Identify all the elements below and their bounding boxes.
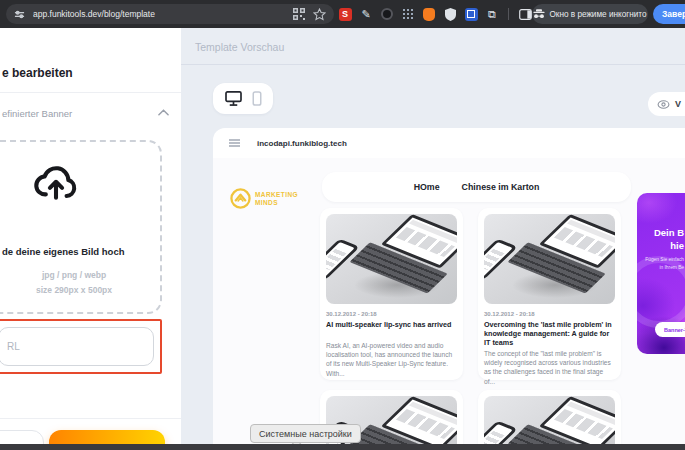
marketing-minds-logo-icon [230, 188, 251, 209]
promo-banner[interactable]: Dein B hie Fügen Sie einfach in Ihrem Be… [637, 193, 685, 354]
card-excerpt: Rask AI, an AI-powered video and audio l… [326, 341, 457, 378]
upload-heading: de deine eigenes Bild hoch [2, 246, 124, 257]
tune-icon[interactable] [14, 9, 25, 20]
banner-sub-line1: Fügen Sie einfach [637, 257, 684, 262]
preview-site-url: incodapi.funkiblog.tech [257, 139, 347, 148]
address-url[interactable]: app.funkitools.dev/blog/template [33, 9, 293, 19]
preview-browser-bar: incodapi.funkiblog.tech [213, 128, 685, 158]
finish-incognito-button[interactable]: Завер [653, 4, 685, 24]
banner-url-input[interactable] [0, 327, 154, 366]
upload-formats: jpg / png / webp [0, 270, 162, 280]
banner-heading-line1: Dein B [637, 227, 684, 238]
eye-icon [657, 100, 670, 109]
sidebar-divider [0, 418, 181, 419]
banner-heading-line2: hie [637, 240, 684, 251]
card-title[interactable]: Overcoming the 'last mile problem' in kn… [484, 320, 615, 347]
desktop-icon[interactable] [225, 91, 242, 106]
window-bottom-edge [0, 444, 685, 450]
address-bar[interactable]: app.funkitools.dev/blog/template [6, 4, 334, 24]
editor-sidebar: e bearbeiten efinierter Banner de deine … [0, 28, 181, 444]
qr-code-icon[interactable] [293, 8, 305, 20]
live-preview-button[interactable]: V [648, 92, 685, 116]
sidebar-divider [0, 92, 181, 93]
os-tooltip: Системные настройки [250, 424, 361, 443]
extension-s-icon[interactable]: S [337, 6, 353, 22]
blue-extension-icon[interactable] [463, 6, 479, 22]
card-image [484, 214, 615, 304]
nav-item-chinese[interactable]: Chinese im Karton [462, 182, 540, 192]
toolbar-divider [508, 8, 509, 20]
banner-sub-line2: in Ihrem Be [637, 265, 684, 270]
upload-size-hint: size 290px x 500px [0, 285, 162, 295]
device-toggle [213, 83, 273, 114]
nav-item-home[interactable]: HOme [414, 182, 440, 192]
window-controls-icon [229, 139, 240, 147]
preview-title: Template Vorschau [195, 41, 284, 53]
logo-line1: MARKETING [255, 191, 298, 199]
incognito-badge[interactable]: Окно в режиме инкогнито [532, 4, 648, 24]
site-logo: MARKETING MINDS [230, 188, 298, 209]
side-panel-icon[interactable] [517, 6, 533, 22]
grid-dots-extension-icon[interactable] [400, 6, 416, 22]
shield-extension-icon[interactable] [442, 6, 458, 22]
blog-card[interactable]: 30.12.2012 - 20:18 AI multi-speaker lip-… [320, 208, 463, 380]
banner-cta-button[interactable]: Banner-T [655, 322, 685, 337]
incognito-icon [533, 9, 545, 19]
browser-chrome: app.funkitools.dev/blog/template S ✎ ⧉ [0, 0, 685, 28]
pen-extension-icon[interactable]: ✎ [358, 6, 374, 22]
sidebar-title: e bearbeiten [2, 66, 73, 80]
live-preview-label: V [675, 99, 681, 109]
clipboard-extension-icon[interactable]: ⧉ [484, 6, 500, 22]
mobile-icon[interactable] [252, 91, 262, 106]
card-image [484, 396, 615, 450]
blog-card[interactable] [478, 390, 621, 450]
incognito-label: Окно в режиме инкогнито [549, 10, 646, 19]
chevron-up-icon[interactable] [158, 109, 169, 116]
card-date: 30.12.2012 - 20:18 [484, 311, 615, 317]
card-excerpt: The concept of the "last mile problem" i… [484, 349, 615, 386]
blog-card[interactable]: 30.12.2012 - 20:18 Overcoming the 'last … [478, 208, 621, 380]
url-field-highlight [0, 319, 162, 374]
circle-extension-icon[interactable] [379, 6, 395, 22]
card-image [326, 214, 457, 304]
card-date: 30.12.2012 - 20:18 [326, 311, 457, 317]
extension-row: S ✎ ⧉ [337, 6, 533, 22]
site-nav: HOme Chinese im Karton [322, 172, 631, 202]
upload-cloud-icon [30, 160, 82, 206]
bookmark-star-icon[interactable] [313, 8, 326, 21]
orange-extension-icon[interactable] [421, 6, 437, 22]
card-title[interactable]: AI multi-speaker lip-sync has arrived [326, 320, 457, 339]
banner-section-label: efinierter Banner [2, 108, 72, 119]
logo-line2: MINDS [255, 199, 298, 207]
